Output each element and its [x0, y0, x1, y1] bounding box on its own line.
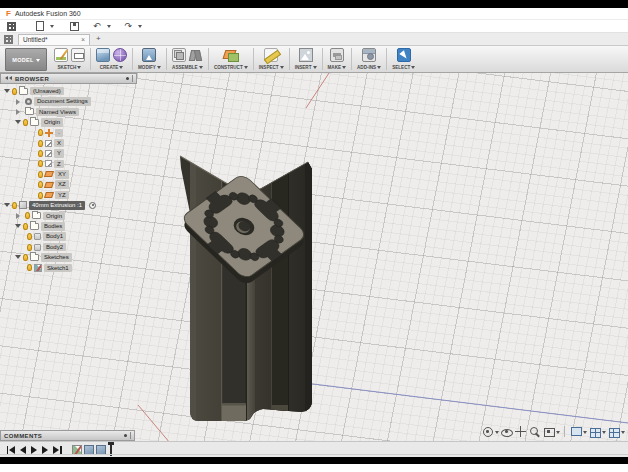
- app-launcher-icon[interactable]: [7, 22, 16, 31]
- collapse-panel-icon[interactable]: [4, 75, 12, 82]
- collapse-icon[interactable]: [16, 213, 23, 219]
- expand-icon[interactable]: [15, 255, 21, 262]
- panel-options-icon[interactable]: [126, 77, 129, 80]
- browser-item-component-origin[interactable]: Origin: [0, 211, 137, 221]
- browser-item-unsaved[interactable]: (Unsaved): [0, 86, 137, 96]
- joint-icon[interactable]: [189, 48, 203, 62]
- create-box-icon[interactable]: [96, 48, 110, 62]
- visibility-bulb-icon[interactable]: [23, 119, 28, 126]
- scripts-addins-icon[interactable]: [362, 48, 376, 62]
- create-form-icon[interactable]: [113, 48, 127, 62]
- browser-item-origin[interactable]: Origin: [0, 117, 137, 127]
- timeline-step-back-button[interactable]: [20, 446, 26, 454]
- timeline-extrude-feature-icon[interactable]: [84, 445, 94, 455]
- visibility-bulb-icon[interactable]: [38, 181, 43, 188]
- timeline-step-forward-button[interactable]: [42, 446, 48, 454]
- visibility-bulb-icon[interactable]: [38, 171, 43, 178]
- visibility-bulb-icon[interactable]: [38, 150, 43, 157]
- orbit-caret-icon[interactable]: [495, 431, 499, 436]
- panel-scrollbar[interactable]: [132, 75, 133, 82]
- timeline-playhead[interactable]: [110, 443, 112, 456]
- insert-image-icon[interactable]: [299, 48, 313, 62]
- display-settings-icon[interactable]: [569, 425, 582, 438]
- viewport-canvas[interactable]: BROWSER (Unsaved) Document Settings Name…: [0, 73, 628, 441]
- visibility-bulb-icon[interactable]: [12, 88, 17, 95]
- press-pull-icon[interactable]: [142, 48, 156, 62]
- grid-and-snaps-icon[interactable]: [588, 425, 601, 438]
- visibility-bulb-icon[interactable]: [25, 212, 30, 219]
- data-panel-toggle-icon[interactable]: [4, 35, 13, 44]
- redo-icon[interactable]: ↷: [125, 22, 133, 31]
- sketch-rectangle-icon[interactable]: [71, 48, 85, 62]
- visibility-bulb-icon[interactable]: [27, 233, 32, 240]
- zoom-icon[interactable]: [528, 425, 541, 438]
- browser-item-sketches[interactable]: Sketches: [0, 252, 137, 262]
- comments-header[interactable]: COMMENTS: [0, 430, 135, 441]
- select-menu[interactable]: SELECT: [392, 63, 415, 71]
- panel-options-icon[interactable]: [124, 434, 127, 437]
- activate-component-radio[interactable]: [89, 202, 96, 209]
- panel-scrollbar[interactable]: [130, 432, 131, 439]
- visibility-bulb-icon[interactable]: [12, 202, 17, 209]
- browser-item-component-40mm-extrusion[interactable]: 40mm Extrusion :1: [0, 200, 137, 210]
- fit-caret-icon[interactable]: [556, 431, 560, 436]
- collapse-icon[interactable]: [16, 99, 23, 105]
- workspace-switcher-button[interactable]: MODEL: [5, 48, 47, 71]
- select-tool-icon[interactable]: [397, 48, 411, 62]
- timeline-play-button[interactable]: [31, 446, 37, 454]
- visibility-bulb-icon[interactable]: [23, 254, 28, 261]
- measure-icon[interactable]: [264, 48, 278, 62]
- visibility-bulb-icon[interactable]: [27, 244, 32, 251]
- insert-menu[interactable]: INSERT: [295, 63, 317, 71]
- inspect-menu[interactable]: INSPECT: [259, 63, 284, 71]
- viewports-caret-icon[interactable]: [621, 431, 625, 436]
- new-tab-button[interactable]: +: [96, 35, 101, 43]
- expand-icon[interactable]: [4, 203, 10, 210]
- addins-menu[interactable]: ADD-INS: [357, 63, 381, 71]
- make-menu[interactable]: MAKE: [328, 63, 347, 71]
- browser-item-named-views[interactable]: Named Views: [0, 107, 137, 117]
- display-settings-caret-icon[interactable]: [583, 431, 587, 436]
- browser-item-bodies[interactable]: Bodies: [0, 221, 137, 231]
- browser-item-x-axis[interactable]: X: [0, 138, 137, 148]
- visibility-bulb-icon[interactable]: [23, 223, 28, 230]
- undo-caret-icon[interactable]: [107, 25, 111, 30]
- construction-plane-icon[interactable]: [224, 48, 238, 62]
- assemble-menu[interactable]: ASSEMBLE: [172, 63, 203, 71]
- browser-item-yz-plane[interactable]: YZ: [0, 190, 137, 200]
- expand-icon[interactable]: [15, 120, 21, 127]
- make-3d-print-icon[interactable]: [330, 48, 344, 62]
- browser-item-document-settings[interactable]: Document Settings: [0, 96, 137, 106]
- document-tab-untitled[interactable]: Untitled* ×: [18, 34, 90, 45]
- collapse-icon[interactable]: [16, 109, 23, 115]
- expand-icon[interactable]: [15, 224, 21, 231]
- visibility-bulb-icon[interactable]: [27, 264, 32, 271]
- browser-item-y-axis[interactable]: Y: [0, 148, 137, 158]
- pan-icon[interactable]: [514, 425, 527, 438]
- redo-caret-icon[interactable]: [138, 25, 142, 30]
- close-tab-icon[interactable]: ×: [81, 36, 85, 43]
- orbit-icon[interactable]: [481, 425, 494, 438]
- visibility-bulb-icon[interactable]: [38, 140, 43, 147]
- browser-item-sketch1[interactable]: Sketch1: [0, 263, 137, 273]
- visibility-bulb-icon[interactable]: [38, 129, 43, 136]
- timeline-go-to-start-button[interactable]: [7, 446, 16, 454]
- browser-item-xz-plane[interactable]: XZ: [0, 180, 137, 190]
- new-component-icon[interactable]: [172, 48, 186, 62]
- browser-item-xy-plane[interactable]: XY: [0, 169, 137, 179]
- visibility-bulb-icon[interactable]: [38, 192, 43, 199]
- timeline-go-to-end-button[interactable]: [53, 446, 62, 454]
- construct-menu[interactable]: CONSTRUCT: [214, 63, 248, 71]
- viewports-icon[interactable]: [607, 425, 620, 438]
- look-at-icon[interactable]: [500, 425, 513, 438]
- browser-item-body2[interactable]: Body2: [0, 242, 137, 252]
- timeline-sketch-feature-icon[interactable]: [72, 445, 82, 455]
- modify-menu[interactable]: MODIFY: [138, 63, 161, 71]
- sketch-menu[interactable]: SKETCH: [58, 63, 82, 71]
- expand-icon[interactable]: [4, 89, 10, 96]
- fit-icon[interactable]: [542, 425, 555, 438]
- create-sketch-icon[interactable]: [54, 48, 68, 62]
- file-menu-caret-icon[interactable]: [50, 25, 54, 30]
- file-menu-icon[interactable]: [36, 21, 44, 31]
- create-menu[interactable]: CREATE: [100, 63, 124, 71]
